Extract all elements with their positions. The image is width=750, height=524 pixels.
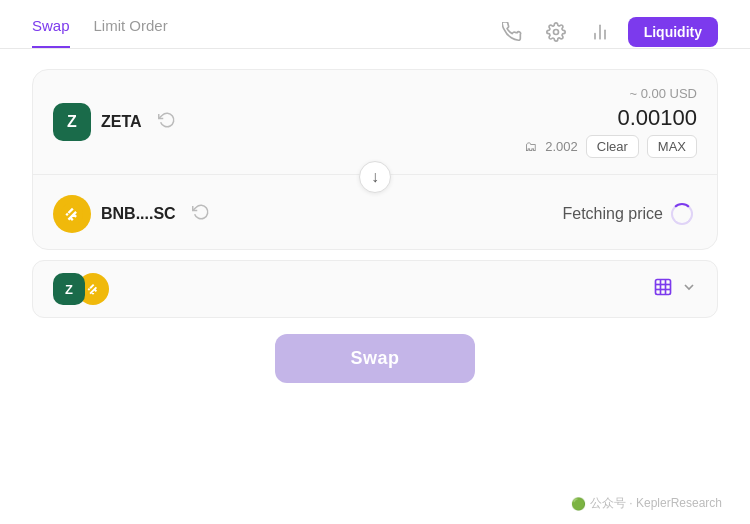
wechat-icon: 🟢 bbox=[571, 497, 586, 511]
wallet-icon: 🗂 bbox=[524, 139, 537, 154]
svg-point-4 bbox=[61, 203, 83, 225]
usd-value: ~ 0.00 USD bbox=[629, 86, 697, 101]
balance-value: 2.002 bbox=[545, 139, 578, 154]
watermark-text: 公众号 · KeplerResearch bbox=[590, 495, 722, 512]
settings-icon[interactable] bbox=[540, 16, 572, 48]
route-chart-icon[interactable] bbox=[653, 277, 673, 302]
bnb-icon bbox=[53, 195, 91, 233]
main-content: Z ZETA ~ 0.00 USD 0.00100 🗂 bbox=[0, 49, 750, 524]
phone-icon[interactable] bbox=[496, 16, 528, 48]
balance-row: 🗂 2.002 Clear MAX bbox=[524, 135, 697, 158]
fetching-row: Fetching price bbox=[213, 203, 697, 225]
to-token-select-icon[interactable] bbox=[192, 203, 210, 226]
to-token-info: BNB....SC bbox=[53, 195, 213, 233]
from-token-select-icon[interactable] bbox=[158, 111, 176, 134]
loading-spinner bbox=[671, 203, 693, 225]
tab-limit-order[interactable]: Limit Order bbox=[94, 17, 168, 48]
from-amount-section: ~ 0.00 USD 0.00100 🗂 2.002 Clear MAX bbox=[213, 86, 697, 158]
tabs: Swap Limit Order bbox=[32, 17, 168, 48]
svg-point-0 bbox=[553, 30, 558, 35]
zeta-icon: Z bbox=[53, 103, 91, 141]
header-actions: Liquidity bbox=[496, 16, 718, 48]
swap-arrow-container: ↓ bbox=[33, 161, 717, 193]
swap-button-container: Swap bbox=[32, 318, 718, 391]
swap-direction-button[interactable]: ↓ bbox=[359, 161, 391, 193]
max-button[interactable]: MAX bbox=[647, 135, 697, 158]
liquidity-button[interactable]: Liquidity bbox=[628, 17, 718, 47]
svg-rect-6 bbox=[656, 279, 671, 294]
route-zeta-icon: Z bbox=[53, 273, 85, 305]
amount-value: 0.00100 bbox=[617, 105, 697, 131]
route-right bbox=[653, 277, 697, 302]
from-token-info: Z ZETA bbox=[53, 103, 213, 141]
from-token-name: ZETA bbox=[101, 113, 142, 131]
route-row: Z bbox=[32, 260, 718, 318]
header: Swap Limit Order bbox=[0, 0, 750, 49]
app-container: Swap Limit Order bbox=[0, 0, 750, 524]
fetching-text: Fetching price bbox=[563, 205, 664, 223]
from-token-row: Z ZETA ~ 0.00 USD 0.00100 🗂 bbox=[33, 70, 717, 175]
swap-panel: Z ZETA ~ 0.00 USD 0.00100 🗂 bbox=[32, 69, 718, 250]
bar-chart-icon[interactable] bbox=[584, 16, 616, 48]
swap-action-button[interactable]: Swap bbox=[275, 334, 475, 383]
svg-point-5 bbox=[84, 280, 102, 298]
tab-swap[interactable]: Swap bbox=[32, 17, 70, 48]
watermark: 🟢 公众号 · KeplerResearch bbox=[571, 495, 722, 512]
clear-button[interactable]: Clear bbox=[586, 135, 639, 158]
route-tokens: Z bbox=[53, 273, 109, 305]
to-token-name: BNB....SC bbox=[101, 205, 176, 223]
expand-icon[interactable] bbox=[681, 279, 697, 299]
